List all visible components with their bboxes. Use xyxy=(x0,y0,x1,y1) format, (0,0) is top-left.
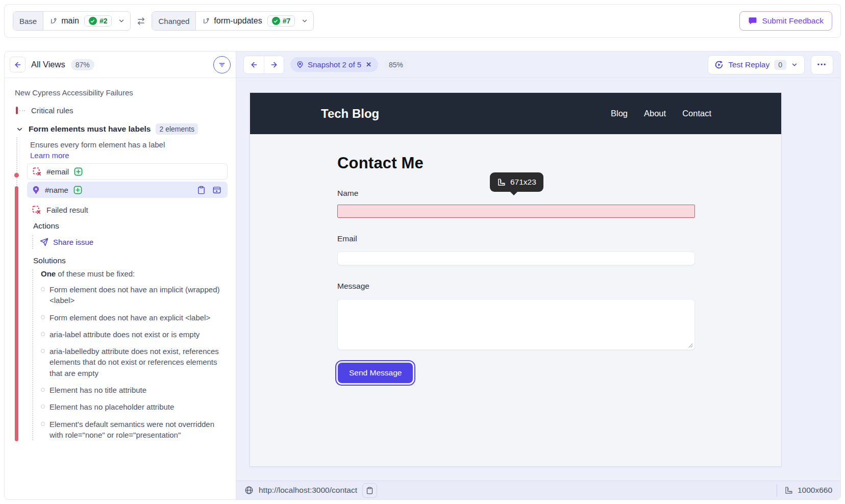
close-icon[interactable]: ✕ xyxy=(365,61,372,68)
new-failure-icon xyxy=(73,186,82,194)
element-size-value: 671x23 xyxy=(510,178,536,187)
next-snapshot-button[interactable] xyxy=(264,56,284,73)
solution-item: Form element does not have an implicit (… xyxy=(41,284,223,306)
element-count-badge: 2 elements xyxy=(156,123,197,135)
changed-branch-selector[interactable]: Changed form-updates #7 xyxy=(152,11,314,31)
viewport-size: 1000x660 xyxy=(777,484,832,496)
base-run-status: #2 xyxy=(84,15,112,27)
test-replay-count: 0 xyxy=(774,60,786,70)
changed-run-number: #7 xyxy=(283,17,291,25)
rule-name: Form elements must have labels xyxy=(29,124,151,134)
solutions-title: Solutions xyxy=(33,256,236,265)
pin-icon xyxy=(296,61,304,68)
failure-rail-dot xyxy=(14,173,19,178)
score-badge: 87% xyxy=(71,59,94,70)
solution-item: aria-labelledby attribute does not exist… xyxy=(41,346,223,379)
pin-icon xyxy=(32,186,40,194)
ruler-icon xyxy=(497,178,506,187)
status-bar: http://localhost:3000/contact 1000x660 xyxy=(236,481,840,499)
element-selector: #name xyxy=(45,186,68,194)
site-nav-about[interactable]: About xyxy=(644,109,666,118)
feedback-chat-icon xyxy=(748,16,757,26)
share-issue-link[interactable]: Share issue xyxy=(32,235,93,249)
filter-button[interactable] xyxy=(213,56,231,73)
page-title: Contact Me xyxy=(337,154,781,172)
element-row-name[interactable]: #name xyxy=(27,182,228,198)
top-bar: Base main #2 Changed form-updates #7 xyxy=(4,4,841,38)
learn-more-link[interactable]: Learn more xyxy=(30,151,236,160)
rule-header[interactable]: Form elements must have labels 2 element… xyxy=(16,123,228,135)
solution-item: Element's default semantics were not ove… xyxy=(41,419,223,441)
ruler-icon xyxy=(784,486,793,495)
site-nav-contact[interactable]: Contact xyxy=(682,109,711,118)
site-nav: Blog About Contact xyxy=(611,109,711,118)
snapshot-pill-label: Snapshot 2 of 5 xyxy=(308,60,361,69)
snapshot-nav-group xyxy=(243,56,284,74)
site-nav-blog[interactable]: Blog xyxy=(611,109,628,118)
element-size-tooltip: 671x23 xyxy=(490,172,543,192)
site-logo: Tech Blog xyxy=(321,107,379,121)
solution-item: Form element does not have an explicit <… xyxy=(41,312,223,323)
new-failure-icon xyxy=(74,167,83,176)
branch-compare: Base main #2 Changed form-updates #7 xyxy=(13,11,314,31)
message-textarea-wrap xyxy=(337,299,695,350)
more-options-button[interactable]: ••• xyxy=(811,55,833,74)
snapshot-panel: Snapshot 2 of 5 ✕ 85% Test Replay 0 ••• … xyxy=(236,52,840,499)
copy-url-button[interactable] xyxy=(362,483,377,498)
copy-selector-button[interactable] xyxy=(196,185,207,195)
zoom-level-badge: 85% xyxy=(384,59,408,70)
message-textarea[interactable] xyxy=(337,299,695,350)
solutions-intro: One of these must be fixed: xyxy=(41,269,223,278)
back-button[interactable] xyxy=(10,57,26,72)
failure-rail-bar xyxy=(15,186,18,441)
main-area: All Views 87% New Cypress Accessibility … xyxy=(4,51,841,500)
git-branch-icon xyxy=(49,17,57,25)
sidebar-title: All Views xyxy=(31,60,65,69)
chevron-down-icon[interactable] xyxy=(300,12,313,30)
chevron-down-icon[interactable] xyxy=(117,12,130,30)
viewport-size-value: 1000x660 xyxy=(798,486,832,495)
snapshot-preview-area: Tech Blog Blog About Contact 671x23 Cont… xyxy=(236,78,840,481)
email-input[interactable] xyxy=(337,251,695,265)
check-circle-icon xyxy=(89,17,97,25)
severity-label: Critical rules xyxy=(31,106,73,115)
changed-run-status: #7 xyxy=(267,15,295,27)
solution-item: aria-label attribute does not exist or i… xyxy=(41,329,223,340)
check-circle-icon xyxy=(272,17,280,25)
prev-snapshot-button[interactable] xyxy=(244,56,264,73)
submit-feedback-label: Submit Feedback xyxy=(762,16,824,26)
solutions-list: Form element does not have an implicit (… xyxy=(41,284,223,440)
replay-icon xyxy=(714,60,724,69)
sidebar-header: All Views 87% xyxy=(5,52,236,78)
filter-icon xyxy=(218,61,226,69)
element-row-actions xyxy=(196,185,222,195)
page-url: http://localhost:3000/contact xyxy=(259,486,357,495)
failed-selection-icon xyxy=(33,167,41,176)
base-run-number: #2 xyxy=(100,17,108,25)
name-input[interactable] xyxy=(337,205,695,218)
solution-item: Element has no title attribute xyxy=(41,385,223,395)
actions-title: Actions xyxy=(33,221,236,231)
test-replay-label: Test Replay xyxy=(728,60,769,69)
submit-feedback-button[interactable]: Submit Feedback xyxy=(739,11,832,31)
snapshot-pill[interactable]: Snapshot 2 of 5 ✕ xyxy=(290,57,378,72)
changed-label: Changed xyxy=(152,12,196,30)
send-message-button[interactable]: Send Message xyxy=(338,363,413,383)
share-issue-label: Share issue xyxy=(53,238,93,246)
message-label: Message xyxy=(337,282,695,291)
test-replay-button[interactable]: Test Replay 0 xyxy=(708,55,805,74)
base-branch-name: main xyxy=(61,16,79,26)
element-row-email[interactable]: #email xyxy=(27,163,228,180)
solutions-body: One of these must be fixed: Form element… xyxy=(32,269,223,440)
severity-critical-rules[interactable]: Critical rules xyxy=(16,106,236,115)
site-header: Tech Blog Blog About Contact xyxy=(250,93,781,134)
solution-item: Element has no placeholder attribute xyxy=(41,401,223,412)
rule-description: Ensures every form element has a label xyxy=(30,139,228,150)
base-label: Base xyxy=(13,12,43,30)
swap-arrows-icon xyxy=(137,17,145,26)
tree-rail-dotted xyxy=(16,137,17,185)
chevron-down-icon[interactable] xyxy=(16,125,23,133)
open-devtools-button[interactable] xyxy=(211,185,222,195)
base-branch-selector[interactable]: Base main #2 xyxy=(13,11,131,31)
failed-result-label: Failed result xyxy=(46,206,88,214)
